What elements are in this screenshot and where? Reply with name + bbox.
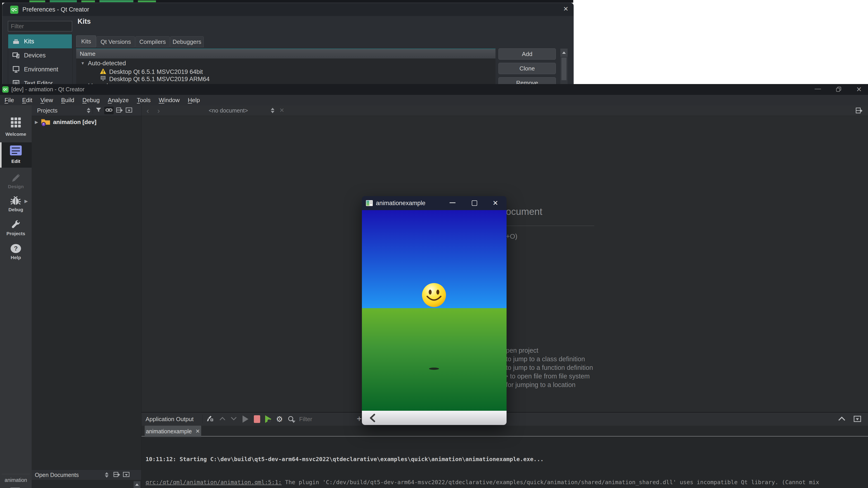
close-pane-icon[interactable]	[125, 107, 133, 114]
back-icon[interactable]: ‹	[147, 106, 149, 115]
kits-table: Name ▼ Auto-detected Desktop Qt 6.5.1 MS…	[76, 48, 495, 84]
run-debug-icon[interactable]	[265, 415, 272, 423]
split-pane-icon[interactable]	[116, 107, 123, 114]
output-filter-input[interactable]	[296, 415, 342, 423]
menu-window[interactable]: Window	[157, 97, 181, 104]
category-label: Environment	[24, 66, 58, 73]
hint-line: for jumping to a location	[506, 381, 576, 389]
maximize-icon[interactable]	[472, 200, 477, 206]
projects-mode-icon[interactable]	[10, 220, 21, 231]
menu-debug[interactable]: Debug	[81, 97, 101, 104]
back-arrow-icon[interactable]	[368, 413, 377, 424]
rerun-icon[interactable]	[243, 416, 248, 423]
tab-kits[interactable]: Kits	[76, 35, 96, 47]
scroll-up-icon[interactable]	[560, 48, 567, 57]
maximize-output-icon[interactable]	[838, 416, 846, 422]
next-item-icon[interactable]	[230, 416, 237, 422]
menu-edit[interactable]: Edit	[21, 97, 34, 104]
tree-group-auto-detected[interactable]: ▼ Auto-detected	[81, 60, 126, 67]
scroll-up-icon[interactable]	[133, 481, 141, 488]
close-pane-icon[interactable]	[123, 471, 130, 479]
close-icon[interactable]: ✕	[493, 199, 498, 207]
settings-gear-icon[interactable]: ⚙	[276, 415, 283, 424]
close-icon[interactable]: ✕	[560, 6, 571, 12]
column-header-name[interactable]: Name	[76, 49, 495, 59]
sliver-fragment	[81, 0, 95, 2]
app-titlebar[interactable]: animationexample ✕	[362, 196, 506, 210]
menu-file[interactable]: File	[3, 97, 16, 104]
project-tree-label: animation [dev]	[53, 119, 96, 126]
split-editor-icon[interactable]	[855, 107, 863, 115]
menu-view[interactable]: View	[39, 97, 55, 104]
mode-projects[interactable]: Projects	[0, 231, 32, 236]
tab-qt-versions[interactable]: Qt Versions	[96, 36, 135, 47]
welcome-mode-icon[interactable]	[11, 118, 21, 127]
menu-build[interactable]: Build	[60, 97, 76, 104]
kit-row-msvc2019-64bit[interactable]: Desktop Qt 6.5.1 MSVC2019 64bit	[100, 68, 203, 76]
new-output-tab-icon[interactable]: +	[357, 414, 362, 424]
restore-icon[interactable]	[832, 86, 845, 93]
open-documents-title[interactable]: Open Documents	[35, 472, 103, 478]
pane-combo-arrows-icon[interactable]	[105, 472, 108, 478]
add-button[interactable]: Add	[498, 48, 556, 60]
output-pane-title[interactable]: Application Output	[146, 416, 203, 423]
mode-welcome[interactable]: Welcome	[0, 131, 32, 137]
document-combo-arrows-icon[interactable]	[271, 108, 274, 113]
menu-help[interactable]: Help	[186, 97, 201, 104]
debug-flyout-arrow-icon[interactable]: ▶	[24, 198, 28, 204]
remove-button[interactable]: Remove	[498, 77, 556, 84]
clear-output-icon[interactable]	[206, 415, 214, 423]
minimize-icon[interactable]: —	[811, 85, 824, 92]
dialog-scrollbar[interactable]	[560, 48, 567, 84]
close-document-icon[interactable]: ✕	[279, 107, 284, 114]
projects-pane-title[interactable]: Projects	[37, 107, 85, 114]
previous-item-icon[interactable]	[219, 416, 226, 422]
kit-row-msvc2019-arm64[interactable]: Desktop Qt 6.5.1 MSVC2019 ARM64	[100, 75, 210, 83]
split-pane-icon[interactable]	[113, 471, 121, 479]
main-titlebar[interactable]: QC [dev] - animation - Qt Creator — ✕	[0, 84, 868, 95]
mode-help[interactable]: Help	[0, 255, 32, 260]
open-document-selector[interactable]: <no document>	[188, 107, 269, 114]
close-icon[interactable]: ✕	[852, 86, 865, 93]
tab-compilers[interactable]: Compilers	[135, 36, 170, 47]
mode-edit-selected[interactable]: Edit	[0, 142, 32, 168]
stop-icon[interactable]	[254, 415, 260, 423]
help-mode-icon[interactable]: ?	[11, 244, 21, 253]
gear-badge-icon	[41, 122, 46, 127]
link-with-editor-icon[interactable]	[104, 107, 114, 114]
console-link[interactable]: qrc:/qt/qml/animation/animation.qml:5:1:	[146, 479, 282, 486]
scrollbar-thumb[interactable]	[561, 58, 566, 80]
console-output[interactable]: 10:11:12: Starting C:\dev\build\qt5-dev-…	[146, 440, 864, 488]
preferences-dialog: QC Preferences - Qt Creator ✕ Kits Devic…	[2, 3, 574, 84]
tab-debuggers[interactable]: Debuggers	[170, 36, 204, 47]
kit-selector-target-icon[interactable]	[8, 487, 22, 488]
open-documents-list	[32, 480, 141, 488]
category-devices[interactable]: Devices	[8, 48, 72, 62]
category-text-editor[interactable]: Text Editor	[8, 76, 72, 84]
project-tree-item[interactable]: ▶ animation [dev]	[35, 118, 96, 127]
clone-button[interactable]: Clone	[498, 63, 556, 74]
background-window-sliver	[0, 0, 573, 3]
toolbox-icon	[8, 37, 24, 46]
filter-icon[interactable]	[95, 107, 102, 114]
minimize-icon[interactable]	[450, 202, 456, 203]
close-output-pane-icon[interactable]	[853, 415, 862, 423]
category-kits[interactable]: Kits	[8, 34, 72, 48]
preferences-titlebar[interactable]: QC Preferences - Qt Creator ✕	[2, 3, 574, 16]
hint-line: to jump to a function definition	[506, 364, 593, 371]
menu-tools[interactable]: Tools	[135, 97, 152, 104]
sliver-fragment	[138, 0, 156, 2]
debug-mode-icon[interactable]	[10, 196, 21, 207]
animationexample-window: animationexample ✕	[362, 196, 506, 425]
smiley-face[interactable]	[422, 283, 446, 308]
category-environment[interactable]: Environment	[8, 62, 72, 76]
menu-analyze[interactable]: Analyze	[106, 97, 130, 104]
forward-icon[interactable]: ›	[157, 106, 160, 115]
output-tab-animationexample[interactable]: animationexample ✕	[145, 426, 201, 437]
collapsed-arrow-icon[interactable]: ▶	[35, 120, 38, 125]
preferences-filter-input[interactable]	[8, 21, 72, 31]
close-tab-icon[interactable]: ✕	[195, 428, 200, 434]
pane-combo-arrows-icon[interactable]	[87, 108, 90, 113]
expanded-arrow-icon[interactable]: ▼	[81, 61, 85, 66]
mode-debug[interactable]: Debug	[0, 207, 32, 213]
